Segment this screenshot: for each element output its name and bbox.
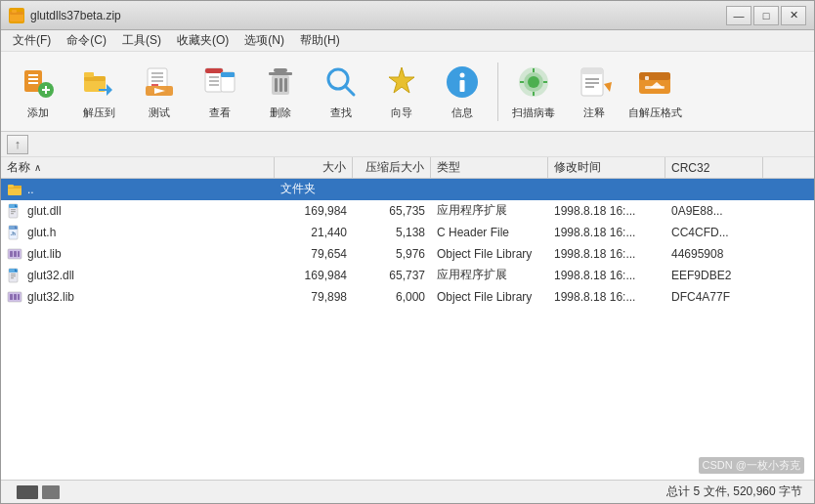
file-row[interactable]: glut.lib79,6545,976Object File Library19…	[1, 243, 814, 265]
toolbar-btn-查看[interactable]: 查看	[191, 57, 249, 127]
file-row[interactable]: ..文件夹	[1, 179, 814, 200]
col-header-compressed[interactable]: 压缩后大小	[353, 157, 431, 178]
close-button[interactable]: ✕	[781, 6, 806, 25]
svg-rect-29	[274, 68, 287, 72]
svg-marker-37	[389, 67, 414, 93]
svg-rect-64	[11, 209, 16, 210]
cell-compressed: 6,000	[353, 286, 431, 307]
svg-rect-28	[209, 84, 219, 86]
查看-label: 查看	[209, 105, 231, 120]
cell-size: 79,898	[275, 286, 353, 307]
nav-up-button[interactable]: ↑	[7, 135, 28, 154]
svg-text:.h: .h	[11, 231, 17, 236]
app-icon	[9, 8, 24, 23]
svg-rect-85	[18, 294, 20, 300]
svg-rect-12	[84, 72, 94, 77]
toolbar-btn-查找[interactable]: 查找	[312, 57, 370, 127]
cell-modified: 1998.8.18 16:...	[548, 286, 665, 307]
cell-crc: 44695908	[665, 243, 763, 264]
toolbar-btn-扫描病毒[interactable]: 扫描病毒	[504, 57, 563, 127]
menu-item-选项N[interactable]: 选项(N)	[236, 30, 292, 51]
删除-icon	[261, 63, 300, 102]
toolbar-btn-删除[interactable]: 删除	[251, 57, 310, 127]
col-header-size[interactable]: 大小	[275, 157, 353, 178]
minimize-button[interactable]: —	[726, 6, 751, 25]
title-bar: glutdlls37beta.zip — □ ✕	[1, 1, 814, 30]
svg-rect-1	[10, 12, 23, 15]
svg-rect-66	[11, 213, 14, 214]
main-window: glutdlls37beta.zip — □ ✕ 文件(F)命令(C)工具(S)…	[0, 0, 815, 504]
file-list-body: ..文件夹glut.dll169,98465,735应用程序扩展1998.8.1…	[1, 179, 814, 480]
svg-rect-18	[151, 80, 163, 82]
svg-rect-74	[14, 251, 17, 257]
menu-bar: 文件(F)命令(C)工具(S)收藏夹(O)选项(N)帮助(H)	[1, 30, 814, 52]
svg-rect-84	[14, 294, 17, 300]
toolbar-btn-自解压格式[interactable]: 自解压格式	[625, 57, 684, 127]
dll-icon	[7, 268, 22, 283]
dll-icon	[7, 203, 22, 219]
cell-name: glut32.dll	[1, 265, 275, 285]
svg-rect-19	[151, 84, 158, 86]
file-row[interactable]: glut32.lib79,8986,000Object File Library…	[1, 286, 814, 308]
svg-rect-5	[28, 78, 38, 80]
自解压格式-label: 自解压格式	[628, 105, 682, 120]
title-bar-left: glutdlls37beta.zip	[9, 8, 121, 23]
删除-label: 删除	[270, 105, 291, 120]
svg-rect-79	[11, 275, 16, 276]
toolbar-btn-注释[interactable]: 注释	[565, 57, 623, 127]
menu-item-帮助H[interactable]: 帮助(H)	[292, 30, 348, 51]
toolbar-separator	[497, 63, 498, 121]
svg-rect-34	[284, 78, 287, 92]
col-header-type[interactable]: 类型	[431, 157, 548, 178]
cell-type: 应用程序扩展	[431, 200, 548, 221]
cell-name: glut.lib	[1, 243, 275, 264]
svg-rect-9	[45, 86, 47, 94]
添加-icon	[19, 63, 58, 102]
status-icon-1	[17, 485, 38, 499]
cell-size: 169,984	[275, 200, 353, 221]
window-title: glutdlls37beta.zip	[30, 9, 121, 22]
测试-icon	[140, 63, 179, 102]
file-row[interactable]: .hglut.h21,4405,138C Header File1998.8.1…	[1, 222, 814, 243]
cell-type: Object File Library	[431, 286, 548, 307]
查找-icon	[322, 63, 361, 102]
svg-rect-2	[12, 10, 17, 13]
lib-icon	[7, 246, 22, 262]
向导-icon	[382, 63, 421, 102]
svg-rect-26	[209, 76, 219, 78]
cell-size: 169,984	[275, 265, 353, 285]
cell-name: glut32.lib	[1, 286, 275, 307]
toolbar-btn-信息[interactable]: 信息	[433, 57, 492, 127]
解压到-label: 解压到	[83, 105, 115, 120]
parent-icon	[7, 182, 22, 197]
注释-icon	[575, 63, 614, 102]
file-row[interactable]: glut.dll169,98465,735应用程序扩展1998.8.18 16:…	[1, 200, 814, 222]
toolbar-btn-解压到[interactable]: 解压到	[69, 57, 128, 127]
cell-crc: EEF9DBE2	[665, 265, 763, 285]
title-controls: — □ ✕	[726, 6, 806, 25]
注释-label: 注释	[583, 105, 605, 120]
cell-modified: 1998.8.18 16:...	[548, 222, 665, 242]
menu-item-文件F[interactable]: 文件(F)	[5, 30, 59, 51]
toolbar-btn-向导[interactable]: 向导	[372, 57, 431, 127]
menu-item-工具S[interactable]: 工具(S)	[114, 30, 169, 51]
svg-rect-17	[151, 76, 163, 78]
toolbar-btn-测试[interactable]: 测试	[130, 57, 189, 127]
status-icons	[17, 485, 60, 499]
cell-compressed: 65,737	[353, 265, 431, 285]
向导-label: 向导	[391, 105, 412, 120]
解压到-icon	[79, 63, 118, 102]
menu-item-命令C[interactable]: 命令(C)	[59, 30, 114, 51]
col-header-modified[interactable]: 修改时间	[548, 157, 665, 178]
menu-item-收藏夹O[interactable]: 收藏夹(O)	[169, 30, 236, 51]
file-row[interactable]: glut32.dll169,98465,737应用程序扩展1998.8.18 1…	[1, 265, 814, 286]
maximize-button[interactable]: □	[753, 6, 779, 25]
toolbar-btn-添加[interactable]: 添加	[9, 57, 67, 127]
col-header-crc[interactable]: CRC32	[665, 157, 763, 178]
svg-rect-65	[11, 211, 16, 212]
col-header-name[interactable]: 名称 ∧	[1, 157, 275, 178]
cell-compressed: 5,138	[353, 222, 431, 242]
h-icon: .h	[7, 225, 22, 240]
cell-name: ..	[1, 179, 275, 199]
svg-rect-33	[279, 78, 282, 92]
